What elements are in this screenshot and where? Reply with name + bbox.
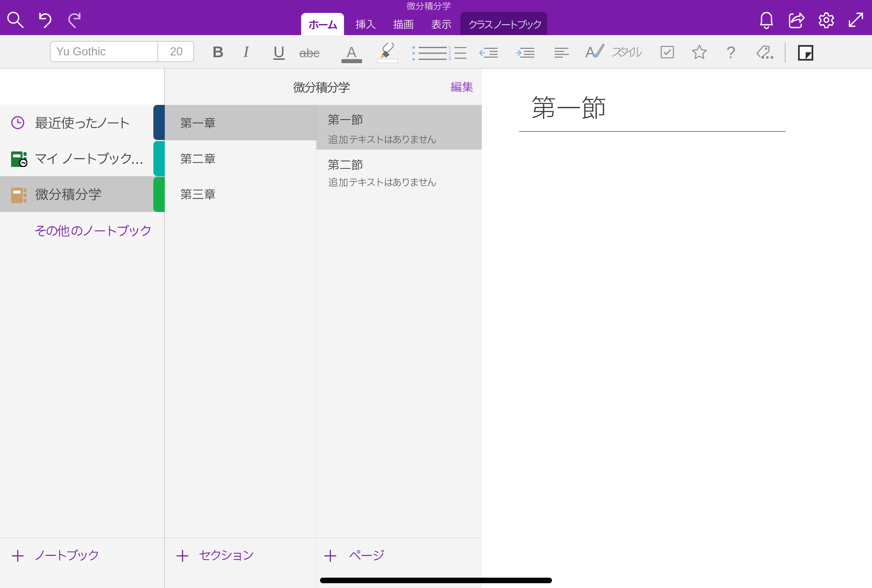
svg-text:3: 3 — [448, 56, 451, 61]
